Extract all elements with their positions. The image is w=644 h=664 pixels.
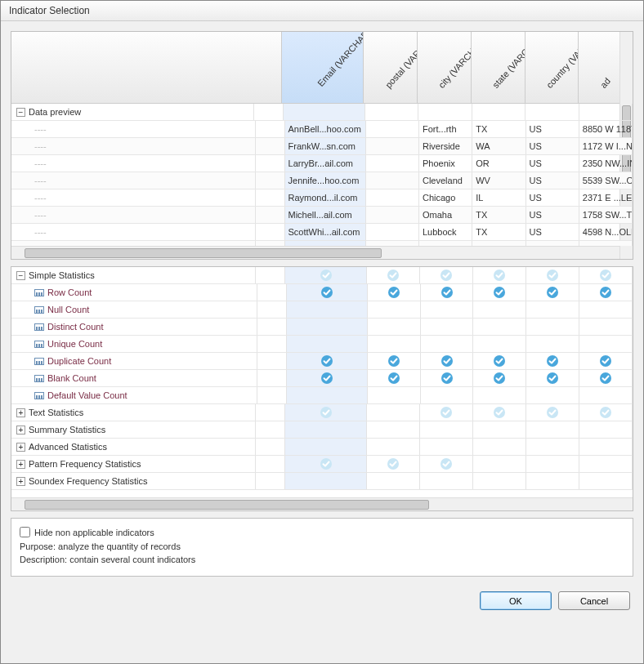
tree-node[interactable]: + Advanced Statistics xyxy=(11,439,256,455)
check-cell[interactable] xyxy=(526,473,579,489)
column-header[interactable]: city (VARCHAR) xyxy=(418,32,472,103)
check-icon[interactable] xyxy=(387,457,400,470)
check-cell[interactable] xyxy=(526,456,579,472)
check-icon[interactable] xyxy=(546,286,559,299)
check-cell[interactable] xyxy=(368,301,421,318)
check-cell[interactable] xyxy=(473,336,526,352)
stat-item-row[interactable]: Blank Count xyxy=(11,370,633,387)
check-cell[interactable] xyxy=(420,267,473,283)
check-icon[interactable] xyxy=(320,457,333,470)
tree-leaf[interactable]: Distinct Count xyxy=(11,319,257,335)
check-cell[interactable] xyxy=(367,456,420,472)
check-cell[interactable] xyxy=(420,473,473,489)
tree-node[interactable]: + Summary Statistics xyxy=(11,421,256,438)
stat-item-row[interactable]: Row Count xyxy=(11,284,633,301)
check-cell[interactable] xyxy=(473,387,526,403)
scroll-thumb[interactable] xyxy=(25,500,429,510)
expand-icon[interactable]: + xyxy=(16,408,25,417)
stat-group-row[interactable]: − Simple Statistics xyxy=(11,267,633,284)
check-icon[interactable] xyxy=(387,372,400,385)
check-cell[interactable] xyxy=(526,421,579,438)
check-icon[interactable] xyxy=(546,406,559,419)
check-icon[interactable] xyxy=(546,354,559,368)
check-cell[interactable] xyxy=(420,439,473,455)
stat-item-row[interactable]: Duplicate Count xyxy=(11,353,633,370)
expand-icon[interactable]: + xyxy=(16,477,25,486)
check-icon[interactable] xyxy=(440,406,453,419)
check-icon[interactable] xyxy=(387,286,400,299)
check-cell[interactable] xyxy=(579,421,633,438)
check-cell[interactable] xyxy=(421,301,474,318)
check-icon[interactable] xyxy=(493,269,506,282)
check-cell[interactable] xyxy=(473,421,526,438)
check-cell[interactable] xyxy=(526,370,579,386)
check-cell[interactable] xyxy=(287,284,368,301)
stat-item-row[interactable]: Unique Count xyxy=(11,336,633,353)
expand-icon[interactable]: + xyxy=(16,443,25,452)
cancel-button[interactable]: Cancel xyxy=(558,591,630,610)
check-cell[interactable] xyxy=(579,370,633,386)
check-cell[interactable] xyxy=(367,439,420,455)
check-icon[interactable] xyxy=(387,354,400,368)
check-cell[interactable] xyxy=(287,336,368,352)
check-cell[interactable] xyxy=(287,319,368,335)
expand-icon[interactable]: + xyxy=(16,426,25,434)
check-cell[interactable] xyxy=(473,439,526,455)
check-cell[interactable] xyxy=(526,404,579,421)
check-cell[interactable] xyxy=(526,439,579,455)
check-cell[interactable] xyxy=(421,319,474,335)
check-icon[interactable] xyxy=(599,406,612,419)
check-cell[interactable] xyxy=(421,387,474,403)
tree-leaf[interactable]: Duplicate Count xyxy=(11,353,257,369)
scroll-thumb[interactable] xyxy=(25,248,382,258)
check-icon[interactable] xyxy=(546,372,559,385)
check-cell[interactable] xyxy=(473,284,526,301)
check-icon[interactable] xyxy=(599,269,612,282)
check-cell[interactable] xyxy=(367,267,420,283)
horizontal-scrollbar[interactable] xyxy=(11,497,633,510)
tree-leaf[interactable]: Unique Count xyxy=(11,336,257,352)
check-cell[interactable] xyxy=(473,456,526,472)
tree-node[interactable]: + Text Statistics xyxy=(11,404,256,421)
tree-leaf[interactable]: Blank Count xyxy=(11,370,257,386)
check-cell[interactable] xyxy=(287,370,368,386)
check-cell[interactable] xyxy=(526,319,579,335)
check-cell[interactable] xyxy=(285,456,366,472)
check-cell[interactable] xyxy=(526,353,579,369)
check-cell[interactable] xyxy=(285,473,366,489)
stat-group-row[interactable]: + Advanced Statistics xyxy=(11,439,633,456)
check-cell[interactable] xyxy=(285,421,366,438)
check-cell[interactable] xyxy=(421,336,474,352)
check-cell[interactable] xyxy=(420,421,473,438)
stat-item-row[interactable]: Distinct Count xyxy=(11,319,633,336)
stat-group-row[interactable]: + Soundex Frequency Statistics xyxy=(11,473,633,490)
check-cell[interactable] xyxy=(420,456,473,472)
check-icon[interactable] xyxy=(599,354,612,368)
check-cell[interactable] xyxy=(579,301,633,318)
check-cell[interactable] xyxy=(473,353,526,369)
stat-item-row[interactable]: Default Value Count xyxy=(11,387,633,404)
check-icon[interactable] xyxy=(599,372,612,385)
check-icon[interactable] xyxy=(441,286,454,299)
expand-icon[interactable]: − xyxy=(16,271,25,280)
tree-leaf[interactable]: Default Value Count xyxy=(11,387,257,403)
check-cell[interactable] xyxy=(287,301,368,318)
check-cell[interactable] xyxy=(579,473,633,489)
check-icon[interactable] xyxy=(441,372,454,385)
ok-button[interactable]: OK xyxy=(480,591,552,610)
check-cell[interactable] xyxy=(285,439,366,455)
check-cell[interactable] xyxy=(526,387,579,403)
check-cell[interactable] xyxy=(421,284,474,301)
stat-item-row[interactable]: Null Count xyxy=(11,301,633,319)
check-icon[interactable] xyxy=(441,354,454,368)
column-header[interactable]: country (VARCHAR) xyxy=(525,32,579,103)
check-cell[interactable] xyxy=(287,387,368,403)
check-cell[interactable] xyxy=(473,473,526,489)
check-icon[interactable] xyxy=(320,354,333,368)
check-cell[interactable] xyxy=(367,421,420,438)
check-cell[interactable] xyxy=(579,319,633,335)
check-cell[interactable] xyxy=(526,267,579,283)
check-cell[interactable] xyxy=(368,353,421,369)
check-icon[interactable] xyxy=(493,286,506,299)
tree-leaf[interactable]: Null Count xyxy=(11,301,257,318)
